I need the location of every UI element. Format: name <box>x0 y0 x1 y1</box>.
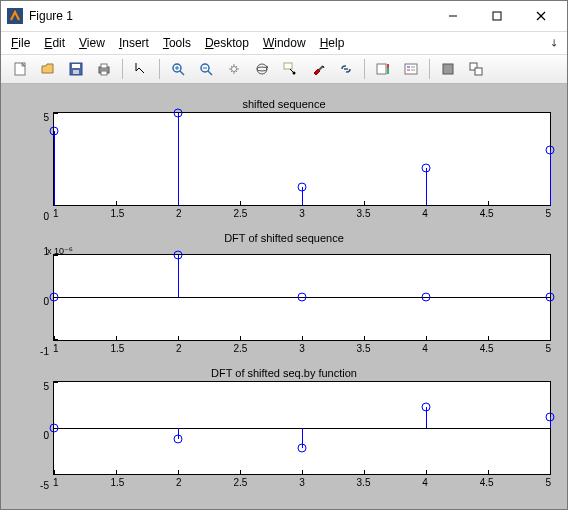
stem-line <box>54 131 55 205</box>
menu-insert[interactable]: Insert <box>119 36 149 50</box>
close-button[interactable] <box>519 2 563 30</box>
maximize-button[interactable] <box>475 2 519 30</box>
svg-point-24 <box>293 72 296 75</box>
svg-rect-7 <box>72 64 80 68</box>
chart-title: DFT of shifted sequence <box>224 232 344 244</box>
rotate-3d-button[interactable] <box>249 56 275 82</box>
stem-line <box>426 168 427 205</box>
matlab-icon <box>7 8 23 24</box>
new-figure-button[interactable] <box>7 56 33 82</box>
zoom-in-button[interactable] <box>165 56 191 82</box>
svg-point-20 <box>257 64 267 74</box>
y-axis-labels: 50-5 <box>17 381 53 491</box>
toolbar-separator <box>122 59 123 79</box>
svg-rect-36 <box>475 68 482 75</box>
subplot[interactable]: DFT of shifted seq.by function50-511.522… <box>17 367 551 491</box>
subplot[interactable]: DFT of shifted sequence10-1x 10⁻⁶11.522.… <box>17 232 551 356</box>
y-axis-labels: 50 <box>17 112 53 222</box>
stem-line <box>550 150 551 205</box>
axes[interactable] <box>53 112 551 206</box>
svg-point-21 <box>257 67 267 71</box>
axes[interactable] <box>53 381 551 475</box>
stem-marker <box>50 127 59 136</box>
svg-line-17 <box>208 71 212 75</box>
chart-title: shifted sequence <box>242 98 325 110</box>
stem-marker <box>422 293 431 302</box>
axes[interactable] <box>53 254 551 340</box>
menu-view[interactable]: View <box>79 36 105 50</box>
menu-expand-icon[interactable]: ↘ <box>548 35 561 48</box>
stem-marker <box>50 293 59 302</box>
stem-marker <box>546 412 555 421</box>
menu-window[interactable]: Window <box>263 36 306 50</box>
menubar: File Edit View Insert Tools Desktop Wind… <box>1 32 567 54</box>
svg-rect-2 <box>493 12 501 20</box>
svg-rect-34 <box>443 64 453 74</box>
svg-rect-26 <box>377 64 386 74</box>
menu-desktop[interactable]: Desktop <box>205 36 249 50</box>
stem-marker <box>298 443 307 452</box>
stem-line <box>178 255 179 297</box>
window-title: Figure 1 <box>29 9 73 23</box>
save-button[interactable] <box>63 56 89 82</box>
chart-title: DFT of shifted seq.by function <box>211 367 357 379</box>
svg-line-13 <box>180 71 184 75</box>
open-button[interactable] <box>35 56 61 82</box>
svg-rect-8 <box>73 70 79 74</box>
figure-area: shifted sequence5011.522.533.544.55DFT o… <box>1 84 567 509</box>
menu-edit[interactable]: Edit <box>44 36 65 50</box>
svg-rect-29 <box>405 64 417 74</box>
stem-marker <box>298 182 307 191</box>
data-cursor-button[interactable] <box>277 56 303 82</box>
stem-marker <box>546 145 555 154</box>
zoom-out-button[interactable] <box>193 56 219 82</box>
link-button[interactable] <box>333 56 359 82</box>
insert-colorbar-button[interactable] <box>370 56 396 82</box>
x-axis-labels: 11.522.533.544.55 <box>53 206 551 222</box>
stem-marker <box>174 434 183 443</box>
toolbar-separator <box>429 59 430 79</box>
insert-legend-button[interactable] <box>398 56 424 82</box>
svg-line-25 <box>319 66 323 70</box>
stem-marker <box>546 293 555 302</box>
menu-file[interactable]: File <box>11 36 30 50</box>
stem-marker <box>174 109 183 118</box>
stem-line <box>178 113 179 205</box>
x-axis-labels: 11.522.533.544.55 <box>53 341 551 357</box>
x-axis-labels: 11.522.533.544.55 <box>53 475 551 491</box>
brush-button[interactable] <box>305 56 331 82</box>
toolbar-separator <box>159 59 160 79</box>
edit-plot-button[interactable] <box>128 56 154 82</box>
svg-point-19 <box>232 67 237 72</box>
pan-button[interactable] <box>221 56 247 82</box>
svg-rect-10 <box>101 64 107 68</box>
subplot[interactable]: shifted sequence5011.522.533.544.55 <box>17 98 551 222</box>
svg-rect-22 <box>284 63 292 69</box>
show-plot-tools-button[interactable] <box>463 56 489 82</box>
hide-plot-tools-button[interactable] <box>435 56 461 82</box>
stem-marker <box>298 293 307 302</box>
figure-window: Figure 1 File Edit View Insert Tools Des… <box>0 0 568 510</box>
titlebar: Figure 1 <box>1 1 567 32</box>
stem-marker <box>422 403 431 412</box>
print-button[interactable] <box>91 56 117 82</box>
stem-marker <box>50 423 59 432</box>
minimize-button[interactable] <box>431 2 475 30</box>
y-axis-labels: 10-1 <box>17 246 53 356</box>
stem-marker <box>422 164 431 173</box>
svg-rect-11 <box>101 71 107 75</box>
toolbar <box>1 54 567 84</box>
svg-rect-28 <box>387 64 389 68</box>
stem-marker <box>174 251 183 260</box>
menu-help[interactable]: Help <box>320 36 345 50</box>
toolbar-separator <box>364 59 365 79</box>
menu-tools[interactable]: Tools <box>163 36 191 50</box>
